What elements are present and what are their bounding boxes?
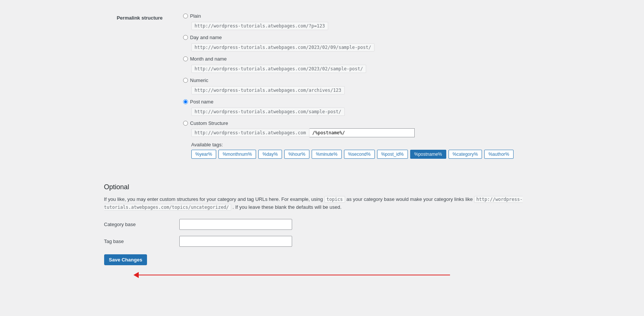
radio-month-name[interactable] (183, 56, 188, 61)
custom-base-url: http://wordpress-tutorials.atwebpages.co… (191, 129, 309, 137)
example-month-name: http://wordpress-tutorials.atwebpages.co… (191, 65, 367, 73)
desc-topics: topics (324, 196, 345, 203)
tag-base-input[interactable] (179, 236, 292, 247)
permalink-options-cell: Plain http://wordpress-tutorials.atwebpa… (179, 8, 540, 164)
label-numeric[interactable]: Numeric (183, 77, 536, 83)
radio-postname[interactable] (183, 99, 188, 104)
category-base-row: Category base (104, 219, 540, 230)
option-numeric: Numeric http://wordpress-tutorials.atweb… (183, 77, 536, 94)
tags-container: %year% %monthnum% %day% %hour% %minute% … (191, 150, 536, 159)
red-arrow (138, 275, 450, 275)
tag-hour[interactable]: %hour% (284, 150, 309, 159)
label-plain[interactable]: Plain (183, 13, 536, 19)
example-day-name: http://wordpress-tutorials.atwebpages.co… (191, 43, 375, 52)
tag-monthnum[interactable]: %monthnum% (218, 150, 256, 159)
tag-category[interactable]: %category% (449, 150, 482, 159)
category-base-label: Category base (104, 222, 179, 227)
option-postname: Post name http://wordpress-tutorials.atw… (183, 99, 536, 116)
example-numeric: http://wordpress-tutorials.atwebpages.co… (191, 86, 345, 94)
tag-base-row: Tag base (104, 236, 540, 247)
arrow-indicator (104, 269, 540, 288)
label-postname[interactable]: Post name (183, 99, 536, 105)
custom-structure-row: http://wordpress-tutorials.atwebpages.co… (191, 128, 536, 137)
desc-before: If you like, you may enter custom struct… (104, 196, 323, 202)
available-tags-section: Available tags: %year% %monthnum% %day% … (191, 142, 536, 159)
option-custom: Custom Structure http://wordpress-tutori… (183, 120, 536, 137)
desc-middle: as your category base would make your ca… (346, 196, 473, 202)
save-changes-button[interactable]: Save Changes (104, 254, 147, 265)
optional-description: If you like, you may enter custom struct… (104, 196, 540, 211)
option-day-name: Day and name http://wordpress-tutorials.… (183, 35, 536, 52)
tag-author[interactable]: %author% (484, 150, 513, 159)
category-base-input[interactable] (179, 219, 292, 230)
radio-custom[interactable] (183, 121, 188, 126)
optional-section: Optional If you like, you may enter cust… (104, 176, 540, 288)
bottom-section: Save Changes (104, 254, 540, 288)
tag-postname[interactable]: %postname% (410, 150, 446, 159)
custom-structure-input[interactable] (309, 128, 415, 137)
radio-plain[interactable] (183, 14, 188, 18)
tag-minute[interactable]: %minute% (312, 150, 341, 159)
tag-post-id[interactable]: %post_id% (377, 150, 408, 159)
radio-day-name[interactable] (183, 35, 188, 40)
tag-day[interactable]: %day% (258, 150, 282, 159)
option-plain: Plain http://wordpress-tutorials.atwebpa… (183, 13, 536, 30)
tag-base-label: Tag base (104, 239, 179, 244)
option-month-name: Month and name http://wordpress-tutorial… (183, 56, 536, 73)
radio-numeric[interactable] (183, 78, 188, 83)
label-day-name[interactable]: Day and name (183, 35, 536, 40)
label-month-name[interactable]: Month and name (183, 56, 536, 62)
label-custom[interactable]: Custom Structure (183, 120, 536, 126)
tag-second[interactable]: %second% (344, 150, 375, 159)
example-postname: http://wordpress-tutorials.atwebpages.co… (191, 108, 345, 116)
example-plain: http://wordpress-tutorials.atwebpages.co… (191, 22, 329, 30)
desc-after: . If you leave these blank the defaults … (232, 204, 341, 210)
permalink-structure-label: Permalink structure (104, 8, 179, 164)
optional-heading: Optional (104, 183, 540, 191)
available-tags-label: Available tags: (191, 142, 536, 147)
tag-year[interactable]: %year% (191, 150, 217, 159)
